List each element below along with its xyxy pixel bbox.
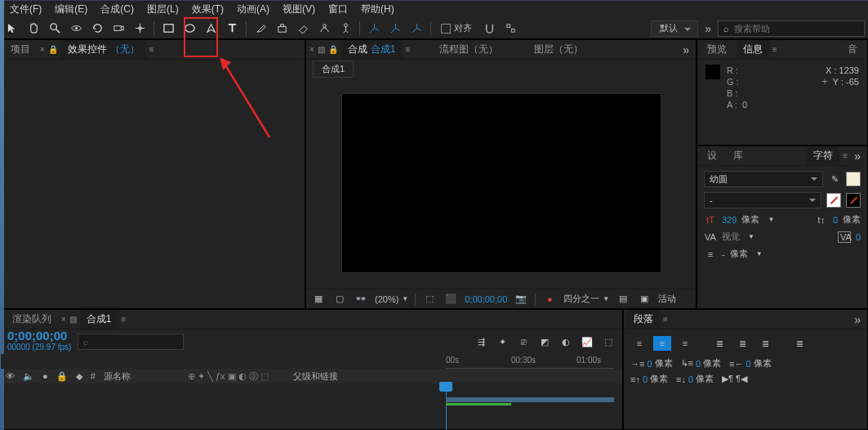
tab-audio[interactable]: 音 [841,40,864,59]
puppet-tool[interactable] [336,20,354,38]
menu-animation[interactable]: 动画(A) [230,1,276,18]
panel-overflow[interactable]: » [851,150,864,163]
menu-composition[interactable]: 合成(C) [94,1,140,18]
tab-info[interactable]: 信息 [737,40,769,59]
clone-tool[interactable] [273,20,291,38]
shy-icon[interactable]: ⎚ [516,334,531,349]
camera-tool[interactable] [109,20,127,38]
panel-overflow[interactable]: » [679,43,692,56]
tab-library[interactable]: 库 [727,146,750,165]
align-center-button[interactable]: ≡ [653,336,671,351]
close-tab-icon[interactable]: × [40,45,45,54]
lock-column-icon[interactable]: 🔒 [56,371,68,382]
tab-paragraph[interactable]: 段落 [627,310,660,329]
leading-value[interactable]: 0 [833,215,838,225]
snap-checkbox[interactable] [441,24,451,34]
roi-icon[interactable]: ⬛ [443,292,458,307]
justify-left-button[interactable]: ≣ [710,336,728,351]
current-time[interactable]: 0;00;00;00 [465,294,507,304]
speaker-column-icon[interactable]: 🔈 [23,371,34,382]
tab-set[interactable]: 设 [701,146,723,165]
tab-character[interactable]: 字符 [807,146,839,165]
panel-menu-icon[interactable]: ≡ [772,45,777,54]
indent-right[interactable]: ≡← 0 像素 [729,357,772,370]
snap-expand-icon[interactable] [501,20,519,38]
toggle-mask-icon[interactable]: 👓 [354,292,368,307]
panel-menu-icon[interactable]: ≡ [149,45,154,54]
panel-menu-icon[interactable]: ≡ [663,315,668,324]
graph-icon[interactable]: 📈 [580,334,594,349]
rectangle-tool[interactable] [159,20,177,38]
type-tool[interactable] [223,20,241,38]
rtl-icon[interactable]: ▶¶ [722,374,733,384]
tab-project[interactable]: 项目 [4,40,37,59]
view1-icon[interactable]: ▤ [616,292,630,307]
anchor-tool[interactable] [131,20,149,38]
justify-right-button[interactable]: ≣ [756,336,774,351]
draft3d-icon[interactable]: ✦ [495,334,510,349]
close-tab-icon[interactable]: × [61,315,66,324]
axis-world-icon[interactable] [386,20,404,38]
close-tab-icon[interactable]: × [309,45,314,54]
brainstorm-icon[interactable]: ⬚ [601,334,616,349]
justify-center-button[interactable]: ≣ [733,336,751,351]
pen-tool[interactable] [202,20,220,38]
tab-layer[interactable]: 图层（无） [527,40,590,59]
kerning-value[interactable]: 0 [856,232,861,242]
space-after[interactable]: ≡↓ 0 像素 [676,373,714,385]
indent-left[interactable]: →≡ 0 像素 [630,357,673,370]
menu-file[interactable]: 文件(F) [3,1,48,18]
roto-tool[interactable] [315,20,333,38]
tab-flowchart[interactable]: 流程图（无） [433,40,505,59]
toggle-transparency-icon[interactable]: ▢ [332,292,347,307]
brush-tool[interactable] [251,20,269,38]
ltr-icon[interactable]: ¶◀ [736,374,747,384]
align-right-button[interactable]: ≡ [676,336,694,351]
workspace-dropdown[interactable]: 默认 [651,20,698,37]
rotation-tool[interactable] [88,20,106,38]
tracking-value[interactable]: 视觉 [722,231,740,243]
comp-sub-tab[interactable]: 合成1 [313,60,354,78]
panel-menu-icon[interactable]: ≡ [843,151,848,160]
work-area-bar[interactable] [446,397,614,402]
frame-blend-icon[interactable]: ◩ [537,334,552,349]
tab-composition[interactable]: 合成 合成1 [341,40,403,59]
menu-effect[interactable]: 效果(T) [185,1,230,18]
font-size-value[interactable]: 329 [722,215,737,225]
label-column-icon[interactable]: ◆ [76,371,82,382]
panel-menu-icon[interactable]: ≡ [122,315,127,324]
zoom-tool[interactable] [46,20,64,38]
space-before[interactable]: ≡↑ 0 像素 [630,373,668,385]
comp-mini-flowchart-icon[interactable]: ⇶ [474,334,488,349]
justify-all-button[interactable]: ≣ [790,336,808,351]
zoom-dropdown[interactable]: (20%) ▼ [375,294,408,304]
orbit-tool[interactable] [67,20,85,38]
hand-tool[interactable] [24,20,42,38]
selection-tool[interactable] [3,20,21,38]
font-style-dropdown[interactable]: - [704,192,821,208]
menu-help[interactable]: 帮助(H) [354,1,401,18]
fill-color[interactable] [846,172,861,186]
swap-color-icon[interactable] [846,193,861,208]
playhead[interactable] [446,383,447,430]
timeline-timecode[interactable]: 0;00;00;00 00000 (29.97 fps) [7,330,71,353]
stroke-color[interactable] [826,193,841,208]
channel-icon[interactable]: ● [542,292,557,307]
tab-preview[interactable]: 预览 [701,40,733,59]
search-help-input[interactable] [734,24,859,34]
view2-icon[interactable]: ▣ [637,292,652,307]
eye-column-icon[interactable]: 👁 [6,371,15,381]
axis-view-icon[interactable] [407,20,425,38]
motion-blur-icon[interactable]: ◐ [559,334,573,349]
eraser-tool[interactable] [294,20,312,38]
lock-icon[interactable]: 🔒 [48,45,58,54]
lock-icon[interactable]: 🔒 [328,45,338,54]
align-left-button[interactable]: ≡ [630,336,648,351]
stroke-dash[interactable]: - [722,249,725,259]
eyedropper-icon[interactable]: ✎ [828,174,841,185]
active-camera[interactable]: 活动 [658,293,676,305]
axis-local-icon[interactable] [365,20,383,38]
quality-dropdown[interactable]: 四分之一 ▼ [563,293,609,305]
workspace-more[interactable]: » [701,22,714,35]
menu-window[interactable]: 窗口 [322,1,354,18]
